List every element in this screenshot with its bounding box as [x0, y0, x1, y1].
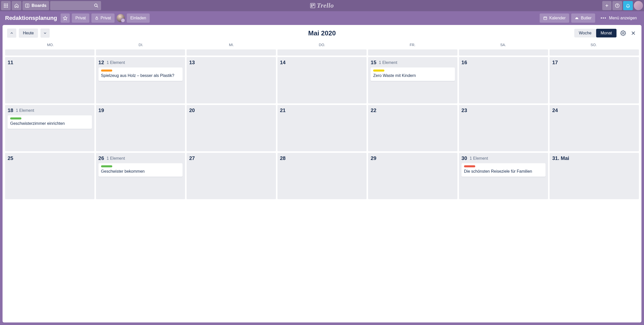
day-cell-header: 24 — [552, 107, 636, 113]
calendar-day-cell[interactable]: 19 — [96, 105, 185, 151]
day-cell-header: 25 — [8, 155, 92, 161]
calendar-day-cell[interactable] — [550, 49, 639, 56]
calendar-day-cell[interactable]: 24 — [550, 105, 639, 151]
calendar-powerup-button[interactable]: Kalender — [540, 13, 569, 23]
close-calendar-button[interactable] — [630, 30, 637, 37]
card-label — [101, 165, 112, 167]
weekday-header: MI. — [186, 41, 277, 48]
calendar-day-cell[interactable]: 22 — [368, 105, 457, 151]
day-number: 22 — [371, 107, 376, 113]
day-cell-header: 29 — [371, 155, 455, 161]
day-number: 15 — [371, 60, 376, 65]
calendar-card[interactable]: Spielzeug aus Holz – besser als Plastik? — [99, 67, 183, 81]
calendar-grid-scroll[interactable]: 11121 ElementSpielzeug aus Holz – besser… — [3, 49, 641, 322]
week-view-button[interactable]: Woche — [574, 29, 596, 37]
privacy-label-2: Privat — [101, 16, 111, 20]
calendar-day-cell[interactable]: 13 — [187, 57, 276, 103]
trello-logo-text: Trello — [317, 2, 334, 9]
calendar-day-cell[interactable]: 29 — [368, 153, 457, 199]
calendar-day-cell[interactable] — [96, 49, 185, 56]
calendar-day-cell[interactable] — [459, 49, 548, 56]
calendar-day-cell[interactable]: 151 ElementZero Waste mit Kindern — [368, 57, 457, 103]
calendar-day-cell[interactable]: 121 ElementSpielzeug aus Holz – besser a… — [96, 57, 185, 103]
day-number: 21 — [280, 107, 286, 113]
next-button[interactable] — [40, 29, 50, 38]
calendar-day-cell[interactable] — [5, 49, 94, 56]
calendar-day-cell[interactable]: 16 — [459, 57, 548, 103]
boards-label: Boards — [32, 3, 47, 8]
calendar-icon — [543, 16, 547, 20]
settings-button[interactable] — [620, 30, 627, 37]
calendar-day-cell[interactable]: 31. Mai — [550, 153, 639, 199]
trello-logo-icon — [310, 3, 315, 8]
calendar-grid: 11121 ElementSpielzeug aus Holz – besser… — [5, 49, 639, 199]
today-button[interactable]: Heute — [19, 29, 38, 38]
day-number: 12 — [99, 60, 104, 65]
home-button[interactable] — [12, 1, 21, 10]
create-button[interactable] — [602, 1, 611, 10]
apps-button[interactable] — [1, 1, 11, 10]
calendar-day-cell[interactable]: 14 — [277, 57, 367, 103]
calendar-day-cell[interactable] — [368, 49, 457, 56]
user-avatar[interactable] — [634, 1, 643, 10]
svg-point-25 — [622, 32, 624, 34]
month-view-button[interactable]: Monat — [596, 29, 617, 37]
member-avatar[interactable] — [117, 14, 125, 22]
trello-logo: Trello — [310, 2, 334, 9]
day-cell-header: 23 — [461, 107, 546, 113]
calendar-day-cell[interactable]: 11 — [5, 57, 94, 103]
day-cell-header: 181 Element — [8, 107, 92, 113]
star-button[interactable] — [61, 13, 70, 23]
day-cell-header: 11 — [8, 60, 92, 65]
invite-label: Einladen — [130, 16, 146, 20]
board-visibility-button[interactable]: Privat — [91, 13, 115, 23]
board-title[interactable]: Redaktionsplanung — [4, 15, 59, 21]
calendar-day-cell[interactable]: 28 — [277, 153, 367, 199]
calendar-day-cell[interactable]: 261 ElementGeschwister bekommen — [96, 153, 185, 199]
calendar-day-cell[interactable]: 23 — [459, 105, 548, 151]
calendar-card[interactable]: Geschwister bekommen — [99, 163, 183, 177]
calendar-day-cell[interactable]: 25 — [5, 153, 94, 199]
plus-icon — [605, 4, 609, 8]
svg-point-0 — [4, 4, 5, 5]
day-number: 25 — [8, 155, 13, 161]
calendar-card[interactable]: Zero Waste mit Kindern — [371, 67, 455, 81]
calendar-day-cell[interactable]: 17 — [550, 57, 639, 103]
day-cell-header: 13 — [189, 60, 273, 65]
calendar-day-cell[interactable]: 301 ElementDie schönsten Reiseziele für … — [459, 153, 548, 199]
month-label: Monat — [601, 31, 612, 35]
weekday-header: MO. — [5, 41, 96, 48]
card-label — [101, 70, 112, 72]
show-menu-button[interactable]: ••• Menü anzeigen — [597, 13, 640, 23]
calendar-day-cell[interactable]: 21 — [277, 105, 367, 151]
notifications-button[interactable] — [623, 1, 633, 10]
gear-icon — [620, 30, 626, 36]
team-visibility-button[interactable]: Privat — [72, 13, 89, 23]
calendar-card[interactable]: Die schönsten Reiseziele für Familien — [461, 163, 546, 177]
calendar-day-cell[interactable] — [187, 49, 276, 56]
info-button[interactable] — [612, 1, 622, 10]
element-count: 1 Element — [16, 108, 34, 113]
svg-line-12 — [97, 6, 98, 7]
svg-rect-19 — [96, 18, 98, 19]
day-number: 28 — [280, 155, 286, 161]
day-cell-header: 28 — [280, 155, 364, 161]
card-label — [10, 117, 21, 119]
calendar-day-cell[interactable] — [277, 49, 367, 56]
calendar-day-cell[interactable]: 27 — [187, 153, 276, 199]
day-number: 13 — [189, 60, 195, 65]
prev-button[interactable] — [7, 29, 16, 38]
invite-button[interactable]: Einladen — [127, 13, 150, 23]
calendar-day-cell[interactable]: 181 ElementGeschwisterzimmer einrichten — [5, 105, 94, 151]
today-label: Heute — [23, 31, 34, 35]
day-number: 27 — [189, 155, 195, 161]
calendar-day-cell[interactable]: 20 — [187, 105, 276, 151]
boards-button[interactable]: Boards — [22, 1, 49, 10]
calendar-card[interactable]: Geschwisterzimmer einrichten — [8, 115, 92, 129]
butler-button[interactable]: Butler — [571, 13, 595, 23]
weekday-header: FR. — [367, 41, 458, 48]
day-cell-header: 22 — [371, 107, 455, 113]
info-icon — [615, 3, 620, 8]
day-number: 20 — [189, 107, 195, 113]
search-input[interactable] — [50, 1, 101, 10]
